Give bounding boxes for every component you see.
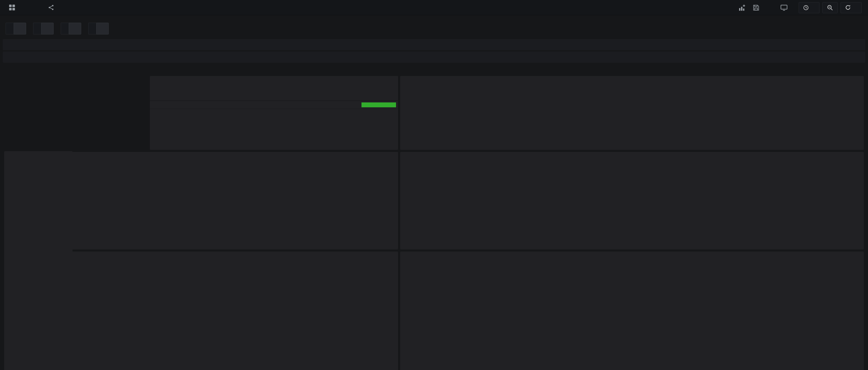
- table-row: [150, 101, 398, 109]
- panel-header: [400, 76, 864, 86]
- zoom-out-icon: [827, 5, 833, 11]
- memory-basic-chart[interactable]: [400, 162, 864, 224]
- zoom-out-button[interactable]: [822, 2, 838, 13]
- cycle-view-icon[interactable]: [778, 2, 790, 13]
- clock-icon: [803, 5, 809, 10]
- variable-label: [33, 23, 41, 34]
- navbar-right: [737, 2, 862, 13]
- panel-disk-space: [150, 76, 398, 150]
- col-avail[interactable]: [318, 87, 360, 101]
- panel-network-bandwidth: [400, 252, 864, 370]
- used-percent-badge: [361, 102, 396, 107]
- row-host-detailed[interactable]: [3, 64, 865, 75]
- panel-memory-basic: [400, 152, 864, 249]
- save-dashboard-icon[interactable]: [751, 2, 762, 13]
- refresh-button-group[interactable]: [840, 2, 862, 13]
- grafana-dashboard: [0, 0, 868, 370]
- col-filesystem[interactable]: [197, 87, 241, 101]
- panel-header: [150, 76, 398, 86]
- navbar: [0, 0, 868, 15]
- network-sockstat-chart[interactable]: [400, 86, 741, 148]
- panel-cpu-iowait: [75, 275, 148, 298]
- refresh-icon[interactable]: [845, 5, 851, 10]
- legend: [741, 86, 864, 148]
- variable-label: [61, 23, 69, 34]
- panel-system-load: [4, 252, 398, 370]
- cell-mounted-on: [241, 101, 282, 109]
- row-host-overview[interactable]: [3, 52, 865, 63]
- stat-value: [75, 226, 148, 248]
- panel-cpu-cores: [4, 151, 73, 190]
- row-robonomics-service[interactable]: [3, 39, 865, 50]
- variable-job[interactable]: [6, 23, 26, 34]
- dashboard-settings-icon[interactable]: [764, 2, 776, 13]
- panel-total-filefd: [75, 323, 148, 345]
- stat-value: [75, 326, 148, 345]
- panel-header: [400, 152, 864, 162]
- table-header-row: [150, 87, 398, 101]
- variable-instance[interactable]: [61, 23, 81, 34]
- variables-bar: [0, 15, 868, 38]
- stat-value: [4, 234, 73, 264]
- dashboard-grid-icon[interactable]: [6, 2, 17, 13]
- variable-host[interactable]: [33, 23, 54, 34]
- col-used[interactable]: [359, 87, 398, 101]
- col-size[interactable]: [282, 87, 318, 101]
- stat-value: [75, 278, 148, 298]
- time-range-picker[interactable]: [799, 2, 820, 13]
- system-load-chart[interactable]: [4, 261, 398, 337]
- col-mounted-on[interactable]: [241, 87, 282, 101]
- network-bandwidth-chart[interactable]: [400, 261, 864, 337]
- share-icon[interactable]: [45, 2, 56, 13]
- add-panel-icon[interactable]: [737, 2, 748, 13]
- navbar-left: [6, 2, 56, 13]
- variable-nic[interactable]: [88, 23, 109, 34]
- cell-avail: [318, 101, 360, 109]
- disk-table: [150, 87, 398, 109]
- panel-body: [400, 86, 864, 148]
- panel-info-icon[interactable]: [151, 77, 158, 84]
- panel-header: [400, 252, 864, 261]
- cell-filesystem: [197, 101, 241, 109]
- panel-total-ram: [4, 231, 73, 264]
- panel-uptime: [75, 223, 148, 248]
- stat-value: [4, 154, 73, 190]
- star-icon[interactable]: [29, 2, 40, 13]
- variable-label: [88, 23, 96, 34]
- variable-label: [6, 23, 14, 34]
- panel-info-icon[interactable]: [402, 77, 409, 84]
- panel-network-sockstat: [400, 76, 864, 150]
- col-device[interactable]: [150, 87, 197, 101]
- cell-device: [150, 101, 197, 109]
- cell-used: [359, 101, 398, 109]
- cell-size: [282, 101, 318, 109]
